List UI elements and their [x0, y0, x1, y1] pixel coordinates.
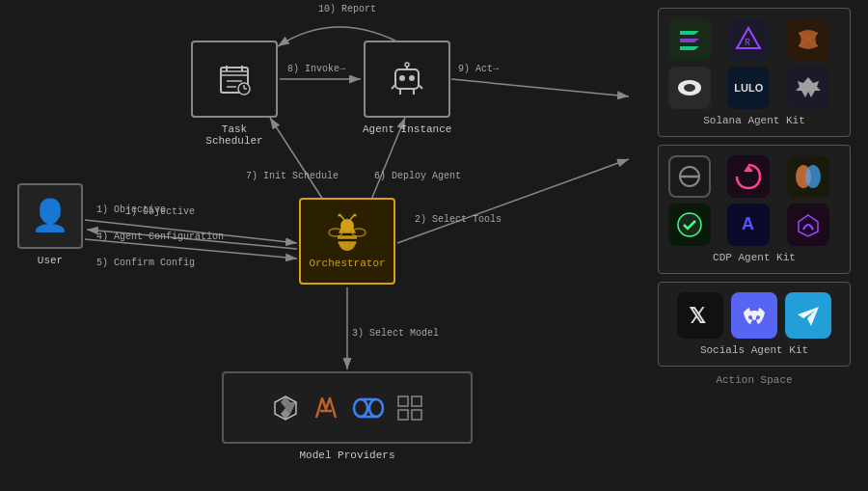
svg-rect-39	[412, 396, 421, 406]
agent-label: Agent Instance	[363, 123, 451, 135]
arrow-label-6: 6) Deploy Agent	[374, 171, 461, 181]
arrow-label-10: 10) Report	[318, 4, 376, 14]
socials-kit-panel: 𝕏 Socials Agent Kit	[658, 282, 851, 367]
user-label: User	[38, 255, 63, 266]
task-scheduler-node: TaskScheduler	[191, 41, 278, 147]
svg-text:R: R	[745, 38, 750, 48]
openai-icon	[271, 394, 300, 423]
orchestrator-node: Orchestrator	[299, 198, 395, 285]
svg-rect-11	[395, 69, 419, 89]
svg-rect-41	[412, 410, 421, 420]
svg-rect-3	[221, 71, 248, 75]
agent-icon	[390, 62, 424, 96]
arrow-label-2: 2) Select Tools	[415, 214, 502, 225]
arrow-label-1: 1) Objective	[96, 205, 166, 215]
user-node: 👤 User	[17, 183, 83, 266]
arrow-init-schedule	[270, 118, 323, 200]
meta-icon	[352, 397, 385, 419]
arrow-label-4: 4) Agent Configuration	[96, 232, 224, 242]
socials-icons: 𝕏	[668, 292, 840, 339]
arrow-agent-config	[87, 230, 297, 249]
svg-line-17	[419, 85, 422, 89]
agent-instance-node: Agent Instance	[363, 41, 451, 135]
svg-point-47	[684, 84, 695, 92]
svg-point-52	[805, 165, 821, 188]
model-icons	[271, 394, 423, 423]
telegram-icon	[785, 292, 831, 339]
svg-point-56	[748, 315, 752, 319]
svg-point-15	[405, 63, 409, 67]
grid-icon	[396, 395, 423, 422]
model-providers-node: Model Providers	[222, 371, 473, 461]
cdp-kit-label: CDP Agent Kit	[668, 252, 840, 263]
cdp-icon-6	[787, 204, 829, 246]
svg-text:𝕏: 𝕏	[689, 304, 706, 328]
task-icon	[217, 62, 252, 96]
solana-icon-6	[787, 67, 829, 109]
model-label: Model Providers	[299, 450, 394, 461]
solana-icon-4	[668, 67, 711, 109]
arrow-objective	[85, 220, 297, 243]
svg-rect-40	[398, 410, 408, 420]
cdp-icon-4	[668, 204, 711, 246]
svg-point-23	[340, 219, 354, 232]
user-icon: 👤	[31, 197, 69, 235]
orch-box: Orchestrator	[299, 198, 395, 285]
cdp-icon-2	[727, 155, 770, 198]
cdp-kit-panel: A CDP Agent Kit	[658, 145, 851, 274]
solana-kit-label: Solana Agent Kit	[668, 115, 840, 126]
svg-point-25	[339, 214, 341, 217]
svg-point-53	[678, 213, 701, 236]
arrow-label-3: 3) Select Model	[352, 328, 439, 339]
arrow-label-5: 5) Confirm Config	[96, 258, 195, 268]
user-box: 👤	[17, 183, 83, 249]
discord-icon	[731, 292, 777, 339]
cdp-icon-1	[668, 155, 711, 198]
svg-point-34	[354, 399, 367, 417]
svg-text:A: A	[742, 214, 754, 233]
agent-box	[364, 41, 450, 118]
arrow-label-9: 9) Act→	[458, 64, 499, 74]
svg-point-35	[369, 399, 383, 417]
svg-rect-38	[398, 396, 408, 406]
arrow-confirm-config	[85, 239, 297, 259]
orch-label: Orchestrator	[309, 258, 385, 269]
solana-kit-icons: R LULO	[668, 18, 840, 109]
bee-icon	[326, 213, 368, 256]
cdp-icon-3	[787, 155, 829, 198]
action-space: R LULO Solana Agent Kit	[658, 8, 851, 480]
model-box	[222, 371, 473, 444]
cdp-icon-5: A	[727, 204, 770, 246]
svg-point-12	[399, 75, 405, 81]
task-label: TaskScheduler	[205, 123, 262, 147]
solana-icon-1	[668, 18, 711, 61]
cdp-kit-icons: A	[668, 155, 840, 246]
anthropic-icon	[312, 394, 340, 423]
solana-icon-2: R	[727, 18, 770, 61]
solana-kit-panel: R LULO Solana Agent Kit	[658, 8, 851, 137]
svg-point-57	[756, 315, 760, 319]
solana-icon-5: LULO	[727, 67, 770, 109]
arrow-select-tools	[397, 159, 629, 243]
svg-line-24	[340, 215, 344, 220]
arrow-act	[451, 79, 629, 96]
label-objective: 1) Objective	[125, 206, 195, 217]
svg-point-27	[354, 214, 357, 217]
socials-kit-label: Socials Agent Kit	[668, 344, 840, 356]
arrow-label-8: 8) Invoke→	[287, 64, 345, 74]
svg-line-26	[350, 215, 354, 220]
action-space-label: Action Space	[658, 374, 851, 386]
solana-icon-3	[787, 18, 829, 61]
task-box	[191, 41, 278, 118]
svg-line-16	[392, 85, 395, 89]
diagram: 1) Objective 1) Objective 2) Select Tool…	[0, 0, 868, 491]
svg-point-13	[409, 75, 415, 81]
twitter-icon: 𝕏	[677, 292, 723, 339]
arrow-label-7: 7) Init Schedule	[246, 171, 339, 181]
